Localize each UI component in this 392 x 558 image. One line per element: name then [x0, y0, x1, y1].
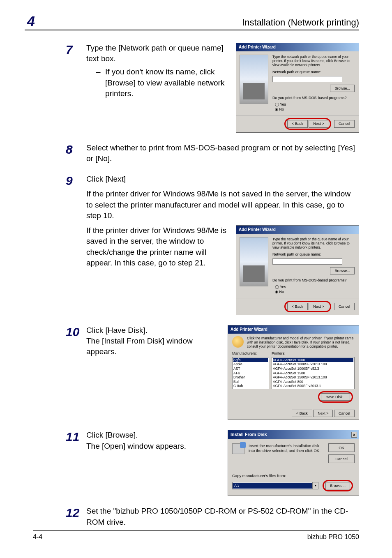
- step-number: 8: [66, 143, 86, 157]
- back-button[interactable]: < Back: [292, 410, 312, 417]
- printers-list[interactable]: AGFA-AccuSet 1000 AGFA-AccuSet 1000SF v2…: [272, 357, 355, 389]
- next-button[interactable]: Next >: [313, 410, 333, 417]
- cancel-button[interactable]: Cancel: [334, 410, 355, 417]
- radio-no-label: No: [279, 290, 284, 294]
- step-text-para2: If the printer driver for Windows 98/Me …: [86, 225, 236, 268]
- step-number: 9: [66, 174, 86, 188]
- bullet-text: If you don't know its name, click [Brows…: [105, 67, 228, 99]
- list-item[interactable]: AGFA-AccuSet 1500SF v2013.108: [273, 375, 353, 380]
- radio-yes-label: Yes: [280, 102, 286, 106]
- radio-no[interactable]: ◉ No: [275, 107, 355, 112]
- list-item[interactable]: AGFA-AccuSet 800: [273, 380, 353, 384]
- list-item[interactable]: AT&T: [233, 371, 268, 376]
- close-icon[interactable]: ×: [351, 432, 357, 438]
- wizard-icon: [232, 336, 244, 348]
- network-path-label: Network path or queue name:: [272, 252, 355, 257]
- step-number: 11: [66, 430, 86, 444]
- step-number: 10: [66, 325, 86, 339]
- list-item[interactable]: AGFA-AccuSet 1500: [273, 371, 353, 376]
- page-header: 4 Installation (Network printing): [25, 14, 359, 30]
- step-9: 9 Click [Next] If the printer driver for…: [66, 174, 359, 315]
- manufacturers-list[interactable]: Agfa Apple AST AT&T Brother Bull C-Itoh: [232, 357, 269, 389]
- wizard-title: Add Printer Wizard: [236, 43, 359, 51]
- combo-value: A:\: [233, 483, 312, 489]
- copy-from-label: Copy manufacturer's files from:: [232, 473, 355, 478]
- list-item[interactable]: Brother: [233, 375, 268, 380]
- step-10: 10 Click [Have Disk]. The [Install From …: [66, 325, 359, 420]
- ok-button[interactable]: OK: [328, 443, 355, 452]
- wizard-note: Click the manufacturer and model of your…: [247, 336, 355, 349]
- highlight-ring: Have Disk...: [318, 391, 353, 403]
- step-text-line2: The [Open] window appears.: [86, 441, 220, 452]
- highlight-ring: < Back Next >: [284, 301, 332, 312]
- manufacturers-label: Manufacturers:: [232, 351, 269, 356]
- list-item[interactable]: AGFA-AccuSet 800SF v2013.1: [273, 384, 353, 388]
- highlight-ring: < Back Next >: [284, 118, 332, 129]
- radio-yes[interactable]: ◯ Yes: [275, 102, 355, 107]
- radio-no-label: No: [279, 107, 284, 111]
- browse-button[interactable]: Browse...: [330, 267, 355, 274]
- wizard-illustration: [240, 237, 268, 286]
- msdos-question: Do you print from MS-DOS-based programs?: [272, 278, 355, 283]
- step-12: 12 Set the "bizhub PRO 1050/1050P CD-ROM…: [66, 506, 359, 527]
- dialog-title: Install From Disk: [231, 431, 267, 438]
- wizard-illustration: [240, 55, 268, 104]
- step-text-line1: Click [Have Disk].: [86, 325, 220, 336]
- step-text: Type the [Network path or queue name] te…: [86, 43, 228, 64]
- step-text-line1: Click [Next]: [86, 174, 359, 184]
- list-item[interactable]: AGFA-AccuSet 1000SF v52.3: [273, 367, 353, 371]
- step-text: Select whether to print from MS-DOS-base…: [86, 143, 359, 164]
- network-path-label: Network path or queue name:: [272, 69, 355, 74]
- list-item[interactable]: Apple: [233, 362, 268, 367]
- list-item[interactable]: Bull: [233, 380, 268, 384]
- next-button[interactable]: Next >: [309, 303, 328, 310]
- wizard-note: Type the network path or the queue name …: [272, 55, 355, 67]
- wizard-network-path-2: Add Printer Wizard Type the network path…: [236, 225, 359, 315]
- page-footer: 4-4 bizhub PRO 1050: [33, 530, 359, 541]
- cancel-button[interactable]: Cancel: [328, 454, 355, 463]
- wizard-note: Type the network path or the queue name …: [272, 237, 355, 250]
- copy-from-combo[interactable]: A:\ ▾: [232, 482, 318, 489]
- network-path-input[interactable]: [272, 258, 342, 265]
- list-item[interactable]: AGFA-AccuSet 1000SF v2013.108: [273, 362, 353, 367]
- list-item[interactable]: AGFA-AccuSet 1000: [273, 358, 353, 362]
- next-button[interactable]: Next >: [309, 120, 328, 127]
- product-name: bizhub PRO 1050: [307, 533, 359, 541]
- step-11: 11 Click [Browse]. The [Open] window app…: [66, 430, 359, 496]
- radio-no[interactable]: ◉ No: [275, 289, 355, 294]
- browse-button[interactable]: Browse...: [330, 85, 355, 92]
- page-number: 4-4: [33, 533, 42, 541]
- step-8: 8 Select whether to print from MS-DOS-ba…: [66, 143, 359, 164]
- cancel-button[interactable]: Cancel: [334, 120, 355, 127]
- wizard-title: Add Printer Wizard: [236, 226, 359, 234]
- page-title: Installation (Network printing): [242, 17, 359, 28]
- cancel-button[interactable]: Cancel: [334, 303, 355, 310]
- step-number: 7: [66, 43, 86, 57]
- wizard-manufacturer: Add Printer Wizard Click the manufacture…: [228, 325, 359, 420]
- list-item[interactable]: AST: [233, 367, 268, 371]
- dialog-text: Insert the manufacturer's installation d…: [249, 443, 328, 453]
- back-button[interactable]: < Back: [287, 303, 308, 310]
- install-from-disk-dialog: Install From Disk × Insert the manufactu…: [228, 430, 359, 496]
- step-text-para1: If the printer driver for Windows 98/Me …: [86, 189, 359, 221]
- browse-button[interactable]: Browse...: [325, 482, 350, 489]
- disk-icon: [232, 443, 244, 454]
- list-item[interactable]: Agfa: [233, 358, 268, 362]
- printers-label: Printers:: [272, 351, 355, 356]
- bullet-dash: –: [96, 67, 105, 99]
- step-number: 12: [66, 506, 86, 520]
- step-7: 7 Type the [Network path or queue name] …: [66, 43, 359, 133]
- back-button[interactable]: < Back: [287, 120, 308, 127]
- chapter-number: 4: [25, 14, 35, 28]
- radio-yes[interactable]: ◯ Yes: [275, 284, 355, 289]
- radio-yes-label: Yes: [280, 285, 286, 289]
- chevron-down-icon[interactable]: ▾: [312, 482, 318, 489]
- wizard-title: Add Printer Wizard: [228, 325, 359, 334]
- have-disk-button[interactable]: Have Disk...: [321, 393, 350, 401]
- list-item[interactable]: C-Itoh: [233, 384, 268, 388]
- network-path-input[interactable]: [272, 76, 342, 82]
- msdos-question: Do you print from MS-DOS-based programs?: [272, 95, 355, 100]
- step-text: Set the "bizhub PRO 1050/1050P CD-ROM or…: [86, 506, 359, 527]
- step-text-line1: Click [Browse].: [86, 430, 220, 440]
- highlight-ring: Browse...: [323, 480, 353, 491]
